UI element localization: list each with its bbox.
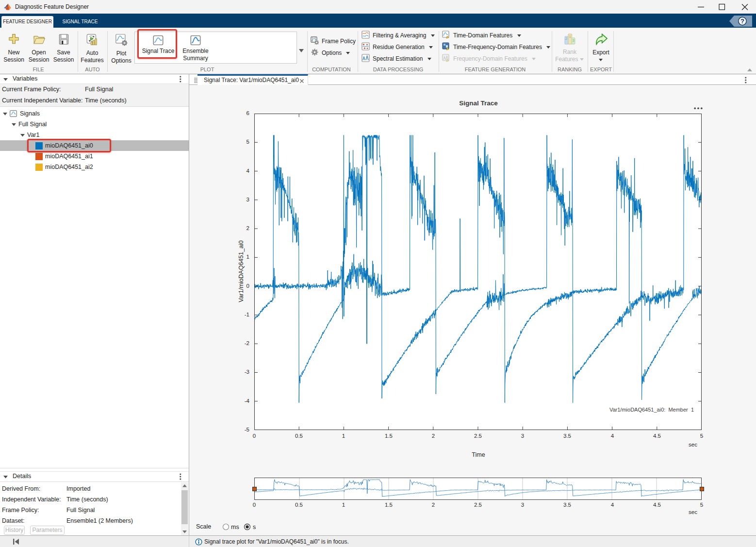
svg-text:1: 1	[569, 34, 571, 39]
svg-text:3: 3	[572, 38, 575, 43]
svg-text:?: ?	[740, 17, 744, 25]
svg-text:2: 2	[565, 36, 567, 41]
